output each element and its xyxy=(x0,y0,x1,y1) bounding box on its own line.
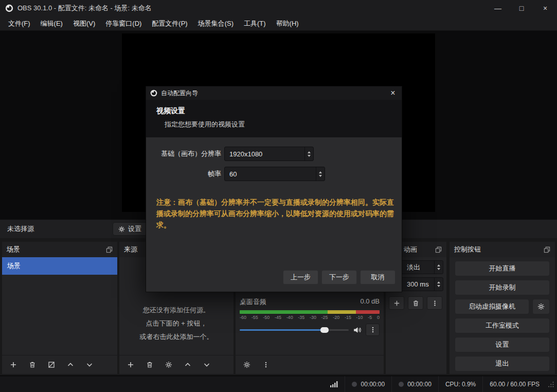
menu-item-scene-collection[interactable]: 场景集合(S) xyxy=(193,17,239,30)
sources-empty-hint: 您还没有添加任何源。 点击下面的 + 按钮， 或者右击此处添加一个。 xyxy=(119,304,233,344)
spinner-up-icon[interactable] xyxy=(319,171,322,173)
resize-grip[interactable] xyxy=(546,381,557,388)
dock-float-icon[interactable] xyxy=(106,246,113,253)
controls-dock-header[interactable]: 控制按钮 xyxy=(450,242,555,257)
remove-source-button[interactable] xyxy=(145,360,155,370)
move-scene-down-button[interactable] xyxy=(84,360,95,370)
no-source-label: 未选择源 xyxy=(7,224,113,234)
spinner-down-icon[interactable] xyxy=(437,285,440,287)
meter-scale-tick: -35 xyxy=(298,315,304,320)
menu-item-file[interactable]: 文件(F) xyxy=(3,17,35,30)
recording-status: 00:00:00 xyxy=(345,376,391,392)
base-resolution-label: 基础（画布）分辨率 xyxy=(156,149,221,158)
minimize-button[interactable]: — xyxy=(486,0,510,16)
obs-logo-icon xyxy=(150,90,157,97)
menu-item-profile[interactable]: 配置文件(P) xyxy=(147,17,192,30)
spinner-down-icon[interactable] xyxy=(437,268,440,270)
fps-spinner[interactable] xyxy=(316,167,325,181)
obs-window: OBS 30.1.0 - 配置文件: 未命名 - 场景: 未命名 — □ × 文… xyxy=(0,0,557,392)
menu-item-edit[interactable]: 编辑(E) xyxy=(35,17,68,30)
step-title: 视频设置 xyxy=(156,106,391,116)
source-settings-button[interactable]: 设置 xyxy=(113,222,147,236)
spinner-down-icon[interactable] xyxy=(319,175,322,177)
streaming-time: 00:00:00 xyxy=(407,381,432,388)
menu-item-docks[interactable]: 停靠窗口(D) xyxy=(100,17,147,30)
source-settings-label: 设置 xyxy=(128,224,141,234)
scene-list-item[interactable]: 场景 xyxy=(2,257,117,275)
volume-slider[interactable] xyxy=(240,326,349,334)
settings-button[interactable]: 设置 xyxy=(455,337,550,352)
base-resolution-spinner[interactable] xyxy=(304,147,313,161)
fps-counter: 60.00 / 60.00 FPS xyxy=(482,376,546,392)
meter-scale-tick: -45 xyxy=(275,315,281,320)
dock-float-icon[interactable] xyxy=(435,246,442,253)
spinner-up-icon[interactable] xyxy=(308,151,311,153)
dialog-titlebar[interactable]: 自动配置向导 × xyxy=(146,86,402,100)
fps-select[interactable]: 60 xyxy=(224,167,325,181)
maximize-button[interactable]: □ xyxy=(510,0,533,16)
statusbar: 00:00:00 00:00:00 CPU: 0.9% 60.00 / 60.0… xyxy=(0,376,557,392)
spinner-up-icon[interactable] xyxy=(437,264,440,266)
close-button[interactable]: × xyxy=(533,0,557,16)
meter-scale-tick: -60 xyxy=(240,315,246,320)
meter-scale-tick: -50 xyxy=(263,315,269,320)
exit-button[interactable]: 退出 xyxy=(455,356,550,371)
scene-filters-button[interactable] xyxy=(46,360,57,370)
mixer-source-menu-button[interactable] xyxy=(366,324,380,336)
source-properties-button[interactable] xyxy=(164,360,174,370)
volume-slider-handle[interactable] xyxy=(320,327,329,333)
spinner-down-icon[interactable] xyxy=(308,155,311,157)
mixer-menu-button[interactable] xyxy=(261,360,271,370)
mixer-toolbar xyxy=(236,355,384,374)
move-scene-up-button[interactable] xyxy=(65,360,76,370)
menu-item-tools[interactable]: 工具(T) xyxy=(239,17,271,30)
sources-empty-line: 或者右击此处添加一个。 xyxy=(119,330,233,344)
add-scene-button[interactable] xyxy=(8,360,19,370)
cpu-usage: CPU: 0.9% xyxy=(438,376,482,392)
transition-duration-value: 300 ms xyxy=(407,280,429,288)
add-transition-button[interactable] xyxy=(389,296,404,310)
dialog-close-button[interactable]: × xyxy=(384,86,402,100)
meter-scale-tick: -40 xyxy=(286,315,293,320)
scenes-dock-header[interactable]: 场景 xyxy=(2,242,117,257)
move-source-up-button[interactable] xyxy=(183,360,193,370)
dock-float-icon[interactable] xyxy=(544,246,550,253)
mute-button[interactable] xyxy=(353,326,362,334)
start-recording-button[interactable]: 开始录制 xyxy=(455,280,550,295)
recording-time: 00:00:00 xyxy=(361,381,385,388)
controls-dock: 控制按钮 开始直播 开始录制 启动虚拟摄像机 工作室模式 设置 退出 xyxy=(450,242,555,374)
fps-label: 帧率 xyxy=(156,169,221,179)
sources-empty-line: 点击下面的 + 按钮， xyxy=(119,317,233,330)
dialog-footer: 上一步 下一步 取消 xyxy=(146,270,402,292)
meter-scale-tick: -15 xyxy=(345,315,351,320)
resolution-note: 注意：画布（基础）分辨率并不一定要与直播或录制的分辨率相同。实际直播或录制的分辨… xyxy=(156,197,394,230)
transition-menu-button[interactable] xyxy=(427,296,442,310)
virtual-camera-settings-button[interactable] xyxy=(532,299,550,314)
spinner-up-icon[interactable] xyxy=(437,281,440,283)
menu-item-help[interactable]: 帮助(H) xyxy=(271,17,304,30)
start-virtual-camera-button[interactable]: 启动虚拟摄像机 xyxy=(455,299,529,314)
base-resolution-select[interactable]: 1920x1080 xyxy=(224,147,314,161)
duration-spinner[interactable] xyxy=(434,278,443,291)
studio-mode-button[interactable]: 工作室模式 xyxy=(455,318,550,333)
controls-dock-title: 控制按钮 xyxy=(454,245,481,254)
back-button[interactable]: 上一步 xyxy=(283,270,318,284)
gear-icon xyxy=(537,303,545,310)
remove-transition-button[interactable] xyxy=(408,296,423,310)
menu-item-view[interactable]: 视图(V) xyxy=(68,17,100,30)
obs-logo-icon xyxy=(5,4,13,12)
move-source-down-button[interactable] xyxy=(202,360,212,370)
gear-icon xyxy=(118,226,125,233)
next-button[interactable]: 下一步 xyxy=(321,270,357,284)
remove-scene-button[interactable] xyxy=(27,360,38,370)
start-streaming-button[interactable]: 开始直播 xyxy=(455,261,550,276)
add-source-button[interactable] xyxy=(125,360,136,370)
transition-spinner[interactable] xyxy=(434,261,443,274)
sources-toolbar xyxy=(119,355,233,374)
dialog-title: 自动配置向导 xyxy=(161,89,198,98)
streaming-status: 00:00:00 xyxy=(391,376,438,392)
mixer-settings-button[interactable] xyxy=(242,360,252,370)
transition-value: 淡出 xyxy=(407,263,420,272)
cancel-button[interactable]: 取消 xyxy=(360,270,396,284)
window-title: OBS 30.1.0 - 配置文件: 未命名 - 场景: 未命名 xyxy=(17,4,152,13)
